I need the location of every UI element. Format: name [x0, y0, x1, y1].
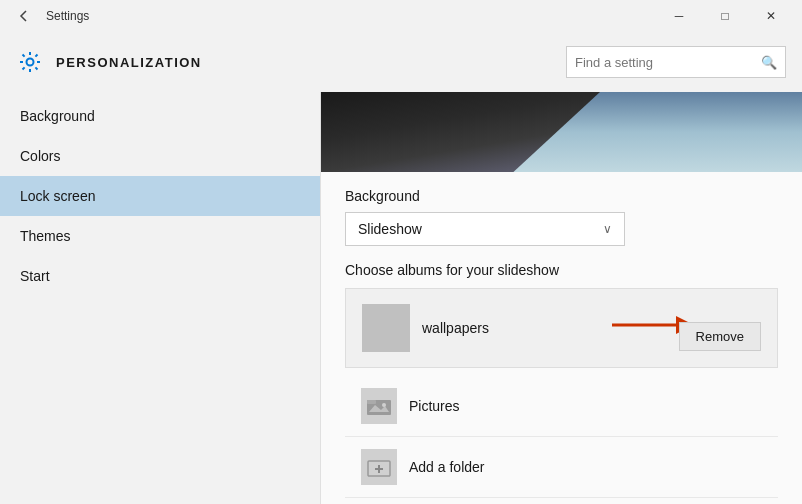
content-inner: Background Slideshow ∨ Choose albums for…: [321, 172, 802, 504]
album-name: wallpapers: [422, 320, 489, 336]
sidebar-item-background[interactable]: Background: [0, 96, 320, 136]
sidebar-item-start-label: Start: [20, 268, 50, 284]
back-button[interactable]: [8, 1, 38, 31]
content-area: Background Slideshow ∨ Choose albums for…: [320, 92, 802, 504]
sidebar-item-themes[interactable]: Themes: [0, 216, 320, 256]
maximize-button[interactable]: □: [702, 0, 748, 32]
gear-icon: [16, 48, 44, 76]
sidebar-item-lock-screen[interactable]: Lock screen: [0, 176, 320, 216]
sidebar-item-background-label: Background: [20, 108, 95, 124]
window-title: Settings: [46, 9, 89, 23]
chevron-down-icon: ∨: [603, 222, 612, 236]
album-thumbnail: [362, 304, 410, 352]
background-label: Background: [345, 188, 778, 204]
remove-button[interactable]: Remove: [679, 322, 761, 351]
pictures-folder-name: Pictures: [409, 398, 460, 414]
window-controls: ─ □ ✕: [656, 0, 794, 32]
personalization-title: PERSONALIZATION: [56, 55, 554, 70]
search-icon: 🔍: [761, 55, 777, 70]
background-preview: [321, 92, 802, 172]
app-container: PERSONALIZATION 🔍 Background Colors Lock…: [0, 32, 802, 504]
add-folder-label: Add a folder: [409, 459, 485, 475]
add-folder-thumbnail: [361, 449, 397, 485]
albums-section-label: Choose albums for your slideshow: [345, 262, 778, 278]
sidebar-item-colors[interactable]: Colors: [0, 136, 320, 176]
sidebar-item-start[interactable]: Start: [0, 256, 320, 296]
dropdown-value: Slideshow: [358, 221, 422, 237]
app-header: PERSONALIZATION 🔍: [0, 32, 802, 92]
title-bar: Settings ─ □ ✕: [0, 0, 802, 32]
sidebar-item-themes-label: Themes: [20, 228, 71, 244]
pictures-thumbnail: [361, 388, 397, 424]
sidebar-item-colors-label: Colors: [20, 148, 60, 164]
search-input[interactable]: [575, 55, 761, 70]
title-bar-left: Settings: [8, 1, 89, 31]
search-box: 🔍: [566, 46, 786, 78]
folder-item-pictures[interactable]: Pictures: [345, 376, 778, 437]
sidebar-item-lock-screen-label: Lock screen: [20, 188, 95, 204]
sidebar: Background Colors Lock screen Themes Sta…: [0, 92, 320, 504]
app-body: Background Colors Lock screen Themes Sta…: [0, 92, 802, 504]
folder-item-add[interactable]: Add a folder: [345, 437, 778, 498]
svg-point-5: [382, 403, 386, 407]
svg-rect-4: [367, 400, 376, 404]
album-item-wallpapers: wallpapers Remove: [345, 288, 778, 368]
background-type-dropdown[interactable]: Slideshow ∨: [345, 212, 625, 246]
minimize-button[interactable]: ─: [656, 0, 702, 32]
close-button[interactable]: ✕: [748, 0, 794, 32]
svg-point-0: [27, 59, 34, 66]
